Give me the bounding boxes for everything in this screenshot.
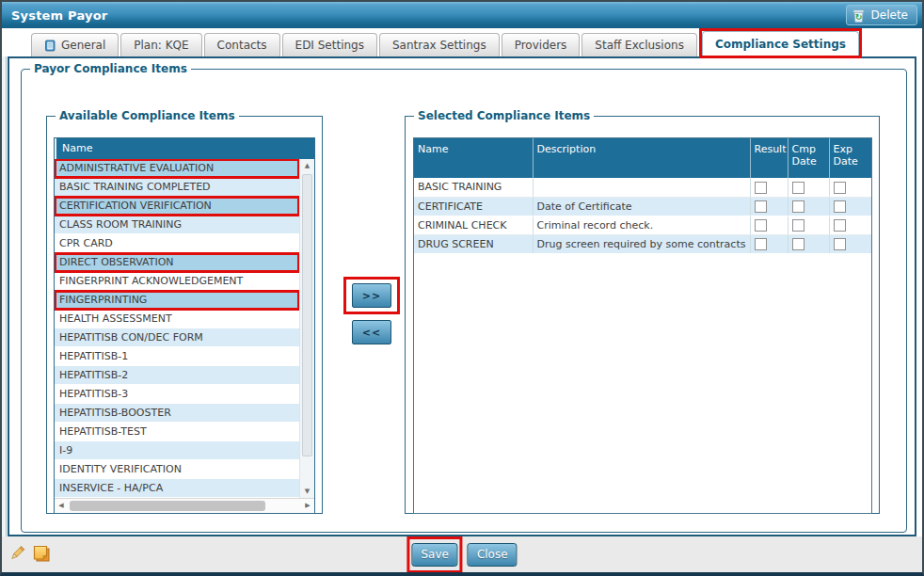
tab-santrax-settings[interactable]: Santrax Settings [379, 33, 500, 56]
available-item[interactable]: DIRECT OBSERVATION [55, 253, 299, 272]
exp-date-checkbox[interactable] [834, 200, 846, 213]
selected-row-name: BASIC TRAINING [414, 178, 533, 197]
annotation-box: Compliance Settings [699, 28, 862, 58]
footer-icons [8, 543, 52, 564]
available-list: Name ADMINISTRATIVE EVALUATIONBASIC TRAI… [54, 137, 315, 514]
available-item[interactable]: I-9 [55, 441, 299, 460]
available-item[interactable]: INSERVICE - HA/PCA [55, 479, 299, 498]
tab-compliance-settings[interactable]: Compliance Settings [702, 31, 859, 56]
available-item[interactable]: IDENTITY VERIFICATION [55, 460, 299, 479]
tab-general[interactable]: General [31, 33, 119, 56]
cmp-date-checkbox[interactable] [792, 238, 805, 250]
available-item[interactable]: HEPATITISB-TEST [55, 423, 299, 441]
tab-edi-settings[interactable]: EDI Settings [282, 33, 377, 56]
available-item[interactable]: CLASS ROOM TRAINING [55, 216, 299, 234]
result-checkbox[interactable] [755, 200, 767, 213]
save-button[interactable]: Save [411, 543, 457, 567]
selected-row: CERTIFICATEDate of Certificate [414, 197, 871, 216]
available-list-header: Name [55, 138, 314, 159]
column-header-description: Description [533, 138, 750, 178]
delete-button[interactable]: ↻ Delete [846, 5, 917, 25]
result-checkbox[interactable] [755, 219, 767, 232]
move-left-button[interactable]: << [352, 320, 391, 344]
scroll-left-arrow[interactable]: ◀ [55, 499, 68, 513]
exp-date-checkbox[interactable] [834, 182, 846, 194]
result-checkbox[interactable] [755, 182, 767, 194]
available-item[interactable]: FINGERPRINT ACKNOWLEDGEMENT [55, 272, 299, 291]
available-item[interactable]: BASIC TRAINING COMPLETED [55, 178, 299, 197]
scroll-down-arrow[interactable]: ▼ [300, 485, 314, 498]
selected-compliance-items-panel: Selected Compliance Items Name Descripti… [405, 109, 880, 514]
title-bar: System Payor ↻ Delete [2, 2, 922, 28]
svg-text:↻: ↻ [854, 12, 862, 22]
available-item[interactable]: HEPATITISB-3 [55, 385, 299, 404]
tab-label: Contacts [217, 39, 267, 52]
available-item[interactable]: HEPATITISB-2 [55, 366, 299, 385]
cmp-date-checkbox[interactable] [792, 182, 805, 194]
available-item[interactable]: CERTIFICATION VERIFICATION [55, 197, 299, 216]
horizontal-scrollbar[interactable]: ◀ ▶ [55, 498, 314, 513]
column-header-name: Name [414, 138, 533, 178]
available-legend: Available Compliance Items [56, 109, 239, 122]
transfer-controls: >> << [338, 277, 406, 344]
selected-row: CRIMINAL CHECKCriminal record check. [414, 216, 871, 234]
vertical-scrollbar[interactable]: ▲ ▼ [299, 159, 314, 498]
scroll-right-arrow[interactable]: ▶ [301, 499, 314, 513]
section-legend: Payor Compliance Items [30, 62, 191, 75]
exp-date-checkbox[interactable] [834, 219, 846, 232]
notebook-icon [44, 40, 56, 52]
tab-staff-exclusions[interactable]: Staff Exclusions [581, 33, 697, 56]
footer-bar: Save Close [2, 536, 922, 572]
selected-legend: Selected Compliance Items [414, 109, 594, 122]
selected-table-body: BASIC TRAININGCERTIFICATEDate of Certifi… [414, 178, 871, 253]
trash-recycle-icon: ↻ [851, 8, 867, 24]
available-item[interactable]: ADMINISTRATIVE EVALUATION [55, 159, 299, 178]
available-item[interactable]: HEPATITISB-BOOSTER [55, 404, 299, 423]
selected-table-header-row: Name Description Result Cmp Date Exp Dat… [414, 138, 871, 178]
exp-date-checkbox[interactable] [834, 238, 846, 250]
available-item[interactable]: HEALTH ASSESSMENT [55, 310, 299, 328]
selected-row: DRUG SCREENDrug screen required by some … [414, 234, 871, 253]
tab-label: Staff Exclusions [595, 39, 684, 52]
selected-row-description: Drug screen required by some contracts [533, 234, 750, 253]
left-splitter [2, 56, 7, 536]
delete-label: Delete [871, 8, 908, 22]
tab-label: Compliance Settings [715, 38, 846, 51]
annotation-box: Save [406, 536, 462, 573]
horizontal-scrollbar-thumb[interactable] [70, 501, 265, 511]
tab-label: General [61, 39, 105, 52]
payor-compliance-items-section: Payor Compliance Items Available Complia… [21, 62, 907, 533]
tab-label: Providers [515, 39, 567, 52]
available-compliance-items-panel: Available Compliance Items Name ADMINIST… [46, 109, 323, 514]
tab-plan-kqe[interactable]: Plan: KQE [120, 33, 201, 56]
cmp-date-checkbox[interactable] [792, 200, 805, 213]
tab-contacts[interactable]: Contacts [204, 33, 280, 56]
system-payor-window: System Payor ↻ Delete GeneralPlan: KQECo… [0, 0, 924, 576]
close-button[interactable]: Close [468, 543, 518, 567]
vertical-scrollbar-thumb[interactable] [302, 174, 312, 456]
tab-providers[interactable]: Providers [502, 33, 581, 56]
scroll-up-arrow[interactable]: ▲ [300, 159, 314, 172]
selected-row: BASIC TRAINING [414, 178, 871, 197]
column-header-cmp-date: Cmp Date [788, 138, 829, 178]
available-item[interactable]: HEPATITISB CON/DEC FORM [55, 328, 299, 347]
selected-row-description: Criminal record check. [533, 216, 750, 234]
window-title: System Payor [2, 8, 107, 23]
selected-row-description [533, 178, 750, 197]
tab-label: Santrax Settings [392, 39, 486, 52]
result-checkbox[interactable] [755, 238, 767, 250]
notes-icon[interactable] [31, 543, 52, 564]
available-item[interactable]: HEPATITISB-1 [55, 347, 299, 366]
available-item[interactable]: FINGERPRINTING [55, 291, 299, 310]
tab-label: Plan: KQE [134, 39, 188, 52]
available-item[interactable]: CPR CARD [55, 234, 299, 253]
cmp-date-checkbox[interactable] [792, 219, 805, 232]
content-panel: Payor Compliance Items Available Complia… [8, 56, 916, 536]
available-list-rows: ADMINISTRATIVE EVALUATIONBASIC TRAINING … [55, 159, 299, 498]
column-header-exp-date: Exp Date [829, 138, 871, 178]
selected-row-name: DRUG SCREEN [414, 234, 533, 253]
tab-label: EDI Settings [295, 39, 364, 52]
column-header-result: Result [750, 138, 788, 178]
move-right-button[interactable]: >> [352, 283, 391, 308]
edit-pencil-icon[interactable] [8, 545, 25, 562]
